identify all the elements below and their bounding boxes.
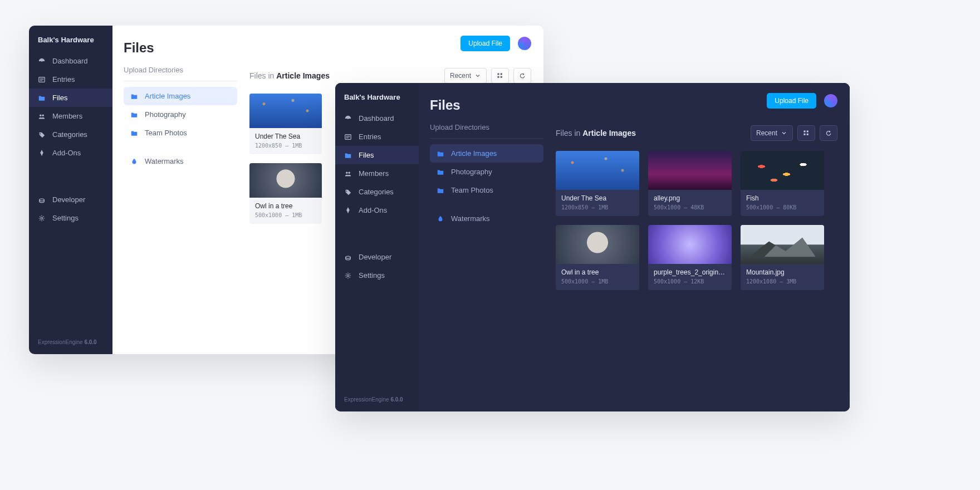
file-card[interactable]: Owl in a tree500x1000 – 1MB: [556, 225, 639, 290]
directory-label: Article Images: [451, 149, 497, 158]
bolt-icon: [38, 149, 46, 157]
bolt-icon: [344, 207, 352, 214]
nav-label: Add-Ons: [52, 149, 81, 157]
directory-article-images[interactable]: Article Images: [430, 144, 543, 163]
tag-icon: [38, 131, 46, 139]
file-meta: 500x1000 – 1MB: [561, 278, 634, 285]
nav-members[interactable]: Members: [29, 107, 112, 125]
sidebar: Balk's Hardware Dashboard Entries Files …: [29, 26, 112, 354]
nav-label: Entries: [52, 75, 75, 84]
sort-label: Recent: [756, 129, 777, 137]
grid-view-button[interactable]: [797, 125, 815, 141]
grid-icon: [803, 130, 810, 136]
sort-dropdown[interactable]: Recent: [444, 68, 487, 84]
nav-label: Files: [359, 151, 374, 159]
main: Files Upload Directories Article Images …: [419, 83, 850, 411]
secondary-nav: Developer Settings: [29, 190, 112, 332]
directory-photography[interactable]: Photography: [124, 105, 237, 124]
watermarks-link[interactable]: Watermarks: [430, 209, 543, 228]
file-info: alley.png500x1000 – 48KB: [648, 190, 732, 216]
thumbnail: [648, 225, 732, 264]
file-info: Owl in a tree500x1000 – 1MB: [556, 264, 639, 290]
avatar[interactable]: [518, 37, 531, 50]
nav-label: Files: [52, 94, 67, 102]
section-header: Files in Article Images Recent: [556, 122, 837, 148]
avatar[interactable]: [824, 94, 837, 107]
directory-photography[interactable]: Photography: [430, 163, 543, 181]
watermarks-label: Watermarks: [451, 214, 490, 223]
file-card[interactable]: Owl in a tree 500x1000 – 1MB: [249, 163, 322, 224]
grid-view-button[interactable]: [491, 68, 509, 84]
file-title: Fish: [746, 194, 819, 202]
nav-settings[interactable]: Settings: [335, 266, 419, 285]
page-title: Files: [124, 37, 237, 66]
file-info: Fish500x1000 – 80KB: [741, 190, 824, 216]
database-icon: [38, 196, 46, 204]
nav-files[interactable]: Files: [29, 89, 112, 107]
upload-button[interactable]: Upload File: [767, 93, 816, 109]
top-actions: Upload File: [767, 93, 837, 109]
folder-icon: [437, 168, 444, 176]
file-card[interactable]: Fish500x1000 – 80KB: [741, 151, 824, 216]
nav-dashboard[interactable]: Dashboard: [335, 109, 419, 128]
primary-nav: Dashboard Entries Files Members Categori…: [335, 109, 419, 248]
gear-icon: [38, 214, 46, 222]
dashboard-icon: [38, 57, 46, 65]
refresh-button[interactable]: [513, 68, 531, 84]
nav-dashboard[interactable]: Dashboard: [29, 52, 112, 70]
directory-article-images[interactable]: Article Images: [124, 87, 237, 105]
folder-icon: [38, 94, 46, 102]
nav-label: Add-Ons: [359, 206, 387, 214]
file-info: Under The Sea 1200x850 – 1MB: [249, 128, 322, 154]
file-card[interactable]: alley.png500x1000 – 48KB: [648, 151, 732, 216]
refresh-icon: [825, 130, 832, 136]
sort-label: Recent: [450, 72, 471, 80]
file-card[interactable]: purple_trees_2_original.tiff500x1000 – 1…: [648, 225, 732, 290]
file-meta: 500x1000 – 48KB: [654, 204, 726, 210]
thumbnail: [556, 225, 639, 264]
nav-entries[interactable]: Entries: [335, 128, 419, 146]
refresh-button[interactable]: [820, 125, 837, 141]
sort-dropdown[interactable]: Recent: [751, 125, 793, 141]
file-meta: 500x1000 – 1MB: [255, 212, 316, 218]
nav-label: Categories: [359, 188, 394, 196]
file-info: Under The Sea1200x850 – 1MB: [556, 190, 639, 216]
directory-label: Team Photos: [451, 186, 493, 194]
nav-files[interactable]: Files: [335, 146, 419, 164]
nav-addons[interactable]: Add-Ons: [335, 201, 419, 219]
nav-categories[interactable]: Categories: [29, 125, 112, 144]
nav-addons[interactable]: Add-Ons: [29, 144, 112, 162]
directories-heading: Upload Directories: [430, 123, 543, 139]
thumbnail: [741, 151, 824, 190]
file-card[interactable]: Mountain.jpg1200x1080 – 3MB: [741, 225, 824, 290]
nav-categories[interactable]: Categories: [335, 183, 419, 201]
nav-members[interactable]: Members: [335, 164, 419, 183]
file-meta: 500x1000 – 12KB: [654, 278, 726, 285]
app-window-dark: Balk's Hardware Dashboard Entries Files …: [335, 83, 850, 411]
nav-settings[interactable]: Settings: [29, 209, 112, 227]
directory-team-photos[interactable]: Team Photos: [124, 124, 237, 142]
directories-list: Article Images Photography Team Photos: [124, 87, 237, 142]
version: ExpressionEngine 6.0.0: [335, 390, 419, 411]
nav-developer[interactable]: Developer: [29, 190, 112, 209]
nav-label: Entries: [359, 133, 381, 141]
nav-label: Categories: [52, 130, 87, 139]
nav-label: Settings: [52, 214, 79, 222]
watermarks-link[interactable]: Watermarks: [124, 152, 237, 170]
file-title: purple_trees_2_original.tiff: [654, 268, 726, 276]
nav-developer[interactable]: Developer: [335, 248, 419, 266]
file-card[interactable]: Under The Sea 1200x850 – 1MB: [249, 94, 322, 154]
nav-entries[interactable]: Entries: [29, 70, 112, 89]
nav-label: Settings: [359, 271, 385, 280]
file-grid: Under The Sea1200x850 – 1MB alley.png500…: [556, 148, 837, 290]
nav-label: Members: [52, 112, 82, 120]
dashboard-icon: [344, 115, 352, 122]
chevron-down-icon: [781, 130, 787, 136]
upload-button[interactable]: Upload File: [460, 36, 510, 51]
page-title: Files: [430, 94, 543, 123]
thumbnail: [249, 163, 322, 198]
database-icon: [344, 253, 352, 261]
directory-team-photos[interactable]: Team Photos: [430, 181, 543, 199]
file-card[interactable]: Under The Sea1200x850 – 1MB: [556, 151, 639, 216]
file-info: Owl in a tree 500x1000 – 1MB: [249, 198, 322, 224]
